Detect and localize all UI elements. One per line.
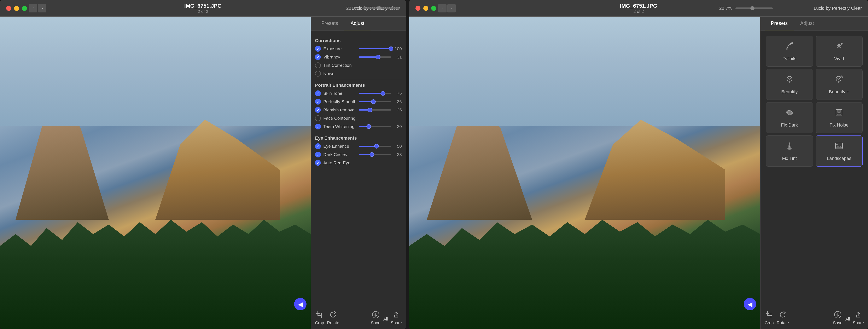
left-zoom-slider[interactable] [363, 7, 400, 9]
right-zoom-slider[interactable] [736, 7, 773, 9]
teeth-whitening-slider-track[interactable] [359, 126, 391, 127]
nav-circle-right[interactable]: ◀ [744, 298, 756, 310]
right-maximize-button[interactable] [431, 6, 436, 11]
perfectly-smooth-value: 36 [394, 99, 402, 104]
auto-red-eye-row: Auto Red-Eye [315, 160, 402, 166]
vibrancy-checkbox[interactable] [315, 54, 321, 60]
right-photo [409, 17, 760, 329]
right-app-title: Lucid by Perfectly Clear [814, 6, 862, 11]
preset-fix-dark[interactable]: Fix Dark [766, 102, 813, 133]
preset-fix-tint-label: Fix Tint [782, 156, 797, 161]
prev-arrow[interactable]: ‹ [29, 4, 37, 12]
exposure-slider-track[interactable] [359, 48, 391, 49]
right-next-arrow[interactable]: › [447, 4, 456, 12]
skin-tone-value: 75 [394, 91, 402, 96]
right-prev-arrow[interactable]: ‹ [438, 4, 446, 12]
right-minimize-button[interactable] [423, 6, 428, 11]
exposure-label: Exposure [323, 46, 356, 51]
right-toolbar-group-left: Crop Rotate [765, 310, 789, 325]
nav-circle-left[interactable]: ◀ [294, 298, 307, 310]
close-button[interactable] [6, 6, 11, 11]
left-tab-presets[interactable]: Presets [315, 17, 344, 30]
svg-rect-2 [321, 313, 322, 318]
dark-circles-row: Dark Circles 28 [315, 152, 402, 158]
svg-point-31 [788, 147, 791, 149]
zoom-thumb[interactable] [377, 6, 381, 10]
noise-checkbox[interactable] [315, 71, 321, 77]
preset-fix-noise[interactable]: Fix Noise [815, 102, 863, 133]
right-zoom-thumb[interactable] [750, 6, 754, 10]
right-close-button[interactable] [415, 6, 421, 11]
right-panel-content[interactable]: Details Vivid [761, 30, 868, 306]
perfectly-smooth-thumb[interactable] [371, 99, 376, 104]
left-save-button[interactable]: Save [371, 310, 380, 325]
perfectly-smooth-slider-track[interactable] [359, 101, 391, 102]
preset-beautify[interactable]: Beautify [766, 69, 813, 100]
exposure-slider-container: 100 [359, 46, 402, 51]
blemish-removal-thumb[interactable] [368, 108, 372, 112]
rotate-icon [329, 310, 338, 319]
left-rotate-button[interactable]: Rotate [327, 310, 339, 325]
vibrancy-label: Vibrancy [323, 55, 356, 59]
portrait-header: Portrait Enhancements [315, 83, 402, 88]
preset-details[interactable]: Details [766, 36, 813, 66]
preset-vivid[interactable]: Vivid [815, 36, 863, 66]
minimize-button[interactable] [14, 6, 19, 11]
maximize-button[interactable] [22, 6, 27, 11]
left-titlebar: ‹ › IMG_6751.JPG 2 of 2 Lucid by Perfect… [0, 0, 406, 17]
skin-tone-checkbox[interactable] [315, 90, 321, 96]
right-tabs: Presets Adjust [761, 17, 868, 30]
left-share-button[interactable]: Share [391, 310, 402, 325]
save-icon [371, 310, 380, 319]
teeth-whitening-checkbox[interactable] [315, 124, 321, 130]
right-tab-adjust[interactable]: Adjust [794, 17, 820, 30]
perfectly-smooth-checkbox[interactable] [315, 99, 321, 105]
dark-circles-thumb[interactable] [370, 152, 374, 157]
preset-beautify-plus[interactable]: Beautify + [815, 69, 863, 100]
auto-red-eye-checkbox[interactable] [315, 160, 321, 166]
right-share-button[interactable]: Share [853, 310, 864, 325]
dark-circles-slider-track[interactable] [359, 154, 391, 155]
blemish-removal-slider-track[interactable] [359, 109, 391, 111]
left-share-label: Share [391, 321, 402, 325]
svg-point-13 [837, 78, 838, 79]
face-contouring-row: Face Contouring [315, 115, 402, 121]
left-toolbar-group-right: Save All Share [371, 310, 402, 325]
skin-tone-slider-track[interactable] [359, 93, 391, 94]
dark-circles-checkbox[interactable] [315, 152, 321, 158]
beautify-plus-icon [834, 74, 844, 87]
right-rotate-button[interactable]: Rotate [777, 310, 789, 325]
tint-correction-checkbox[interactable] [315, 62, 321, 68]
face-contouring-checkbox[interactable] [315, 115, 321, 121]
eye-enhance-thumb[interactable] [374, 144, 379, 148]
preset-fix-tint[interactable]: Fix Tint [766, 135, 813, 167]
left-panel-content[interactable]: Corrections Exposure 100 [311, 30, 406, 306]
next-arrow[interactable]: › [38, 4, 46, 12]
right-save-button[interactable]: Save [833, 310, 842, 325]
right-tab-presets[interactable]: Presets [765, 17, 794, 30]
right-filename: IMG_6751.JPG [620, 3, 657, 9]
right-crop-button[interactable]: Crop [765, 310, 774, 325]
blemish-removal-checkbox[interactable] [315, 107, 321, 113]
teeth-whitening-thumb[interactable] [366, 124, 371, 129]
svg-point-34 [836, 144, 838, 145]
forest-overlay [0, 210, 311, 329]
exposure-checkbox[interactable] [315, 46, 321, 52]
eye-enhance-checkbox[interactable] [315, 143, 321, 149]
left-adjust-panel: Presets Adjust Corrections Exposure [311, 17, 406, 329]
preset-landscapes[interactable]: Landscapes [815, 135, 863, 167]
left-crop-button[interactable]: Crop [315, 310, 324, 325]
vibrancy-thumb[interactable] [376, 55, 380, 59]
right-bottom-toolbar: Crop Rotate [761, 306, 868, 329]
skin-tone-thumb[interactable] [381, 91, 385, 95]
right-traffic-lights [415, 6, 436, 11]
left-tab-adjust[interactable]: Adjust [344, 17, 371, 30]
right-presets-panel: Presets Adjust Deta [760, 17, 868, 329]
right-crop-icon [765, 310, 774, 319]
exposure-thumb[interactable] [389, 47, 393, 51]
vibrancy-slider-track[interactable] [359, 56, 391, 58]
right-main-content: ◀ Presets Adjust [409, 17, 868, 329]
vibrancy-value: 31 [394, 55, 402, 59]
eye-enhance-slider-track[interactable] [359, 146, 391, 147]
right-toolbar-divider [811, 312, 811, 323]
